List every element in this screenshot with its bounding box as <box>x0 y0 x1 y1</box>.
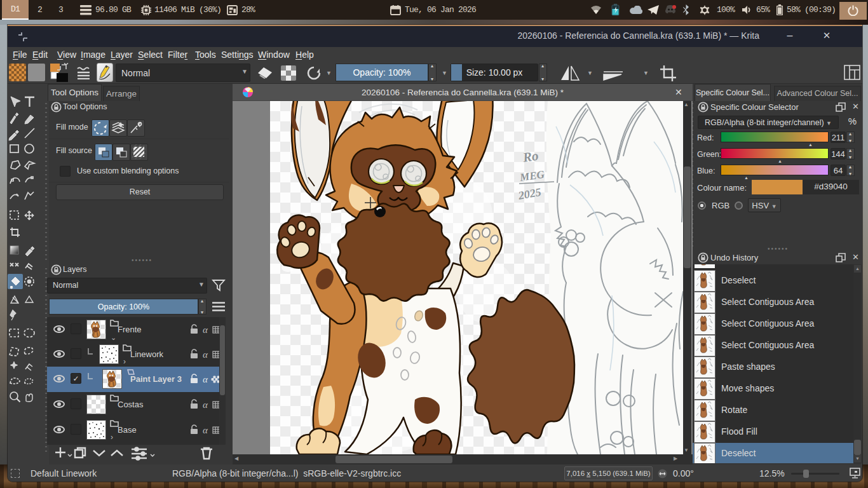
svg-text:Ro: Ro <box>521 148 539 165</box>
